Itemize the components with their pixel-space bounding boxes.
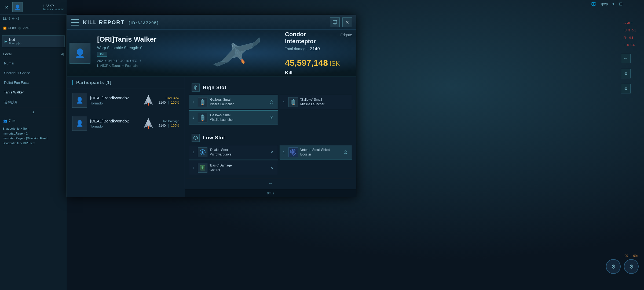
high-slot-header: High Slot [186, 81, 355, 95]
dropdown-icon[interactable]: ▼ [612, 2, 615, 6]
shield-booster-icon [288, 147, 298, 157]
ship-class: Frigate [340, 33, 352, 37]
participant-ship-2: Tornado [90, 124, 139, 128]
bottom-right-buttons: ⚙ ⚙ [606, 259, 639, 274]
participant-item-1[interactable]: 👤 [DEAD]Bondkwondo2 Tornado Final Blow [67, 89, 185, 112]
sec-1: -V -0.3 [624, 21, 636, 25]
participant-info-1: [DEAD]Bondkwondo2 Tornado [90, 96, 139, 105]
person-icon-shield [343, 149, 349, 155]
kill-badge: Kill [97, 52, 107, 57]
hamburger-menu-btn[interactable] [71, 19, 79, 26]
participant-name-2: [DEAD]Bondkwondo2 [90, 119, 139, 123]
participant-item-2[interactable]: 👤 [DEAD]Bondkwondo2 Tornado Top Damage [67, 112, 185, 135]
pipe-1: | [168, 101, 169, 104]
right-nav-2[interactable]: ⚙ [621, 69, 631, 78]
nav-item-poitot[interactable]: Poitot Fun Facts [0, 78, 67, 88]
damage-label: Total damage: [285, 47, 309, 51]
nav-item-tanis[interactable]: Tanis Walker [0, 88, 67, 97]
filter-icon[interactable]: ⊟ [619, 1, 623, 6]
damage-pct-2: 100% [171, 124, 179, 128]
svg-rect-31 [292, 100, 295, 105]
modal-title: KILL REPORT [ID:6237295] [83, 19, 326, 26]
left-sidebar: ✕ 👤 L-A5XP Taurus ♦ Fountain 12:49 04KB … [0, 0, 67, 290]
missile-launcher-icon-1 [198, 97, 207, 107]
close-button[interactable]: ✕ [3, 3, 10, 11]
count-badge-1: 99+ [624, 254, 630, 258]
nav-icon: ▶ [5, 39, 7, 43]
close-dc[interactable]: ✕ [269, 165, 275, 171]
svg-point-25 [271, 100, 272, 102]
low-slot-title: Low Slot [203, 135, 225, 141]
participant-info-2: [DEAD]Bondkwondo2 Tornado [90, 119, 139, 128]
right-nav-3[interactable]: ⚙ [621, 84, 631, 93]
mail-icon[interactable]: ✉ [12, 119, 16, 123]
expand-icon[interactable]: ◀ [61, 52, 64, 56]
damage-amount-2: 2140 [159, 124, 166, 128]
ned-panel[interactable]: ▶ Ned 6 jump(s) [2, 35, 65, 47]
person-icon-2 [269, 115, 275, 121]
ned-name: Ned [9, 38, 21, 42]
skill-btn-2[interactable]: ⚙ [624, 259, 639, 274]
ship-name: Condor Interceptor [285, 31, 338, 45]
chat-line-2: ImmortalzRage > 2 [0, 131, 67, 136]
low-item-name-right-1: Veteran Small ShieldBooster [300, 148, 341, 157]
participants-panel: Participants [1] 👤 [DEAD]Bondkwondo2 Tor… [67, 77, 185, 188]
nav-item-ku[interactable]: 苦禅残月 [0, 97, 67, 108]
low-slot-item-1[interactable]: 1 'Dealer' SmallMicrowarpdrive ✕ [189, 145, 278, 160]
participants-header: Participants [1] [67, 77, 185, 89]
kill-report-modal: KILL REPORT [ID:6237295] ✕ 👤 [ORI]Tanis … [67, 15, 356, 197]
speed-display: 0m/s [267, 191, 274, 195]
char-avatar-small: 👤 [12, 2, 23, 12]
damage-stats-1: 2140 | 100% [159, 101, 179, 104]
person-icon-1 [269, 99, 275, 105]
chat-line-1: Shadowknife > Rem [0, 126, 67, 131]
scroll-up-btn[interactable]: ▲ [0, 108, 67, 117]
nav-item-numai[interactable]: Numai [0, 59, 67, 68]
close-mwd[interactable]: ✕ [269, 150, 275, 155]
high-slot-item-right-1[interactable]: 1 'Gallows' SmallMissile Launcher [280, 95, 352, 109]
low-slot-item-right-1[interactable]: 1 Veteran Small ShieldBooster [280, 145, 352, 160]
mwd-icon [198, 147, 207, 157]
high-slot-item-1[interactable]: 1 'Gallows' SmallMissile Launcher [189, 95, 278, 109]
members-icon: 👥 [3, 119, 7, 123]
damage-value: 2140 [310, 46, 320, 51]
ned-jumps: 6 jump(s) [9, 42, 21, 45]
svg-marker-35 [195, 137, 197, 139]
nav-item-wallet[interactable]: 📶 41.0% 🌑 20:40 [0, 25, 67, 31]
close-modal-btn[interactable]: ✕ [342, 17, 352, 27]
high-slot-item-2[interactable]: 1 'Gallows' SmallMissile Launcher [189, 110, 278, 125]
high-slot-icon [192, 84, 200, 92]
local-title: Local [3, 52, 61, 56]
export-btn[interactable] [330, 17, 340, 27]
high-item-name-right-1: 'Gallows' SmallMissile Launcher [300, 97, 349, 107]
participant-avatar-2: 👤 [72, 116, 87, 131]
ship-display [195, 30, 281, 77]
pvp-mode[interactable]: 1pvp [600, 2, 608, 6]
high-slot-right: 1 'Gallows' SmallMissile Launcher [280, 95, 352, 125]
sec-3: FH -0.3 [624, 36, 636, 39]
participant-stats-1: Final Blow 2140 | 100% [159, 96, 179, 104]
nav-item-sharon[interactable]: Sharon21 Gosse [0, 68, 67, 78]
svg-rect-24 [202, 102, 204, 102]
low-slot-item-2[interactable]: 1 'Basic' DamageControl ✕ [189, 161, 278, 175]
ship-icon-tornado-2 [142, 117, 155, 130]
time-display: 12:49 [3, 17, 10, 20]
right-nav-buttons: ↩ ⚙ ⚙ [621, 54, 631, 93]
skill-timer: 20:40 [23, 26, 30, 30]
low-slot-left: 1 'Dealer' SmallMicrowarpdrive ✕ [189, 145, 278, 175]
top-damage-label: Top Damage [159, 119, 179, 123]
low-slot-right: 1 Veteran Small ShieldBooster [280, 145, 352, 175]
high-slot-title: High Slot [203, 85, 226, 90]
damage-control-icon [198, 163, 207, 173]
security-indicators: -V -0.3 -U -5 -0.1 FH -0.3 -I -8 -0.6 [624, 21, 636, 46]
participant-name-1: [DEAD]Bondkwondo2 [90, 96, 139, 100]
participants-title: Participants [1] [76, 80, 112, 85]
high-slot-items: 1 'Gallows' SmallMissile Launcher [186, 95, 355, 125]
damage-pct-1: 100% [171, 101, 179, 104]
ship-icon-tornado-1 [142, 94, 155, 107]
skill-btn[interactable]: ⚙ [606, 259, 621, 274]
modal-id: [ID:6237295] [129, 20, 159, 25]
high-item-name-2: 'Gallows' SmallMissile Launcher [210, 113, 266, 122]
missile-launcher-icon-2 [198, 113, 207, 122]
right-nav-1[interactable]: ↩ [621, 54, 631, 63]
